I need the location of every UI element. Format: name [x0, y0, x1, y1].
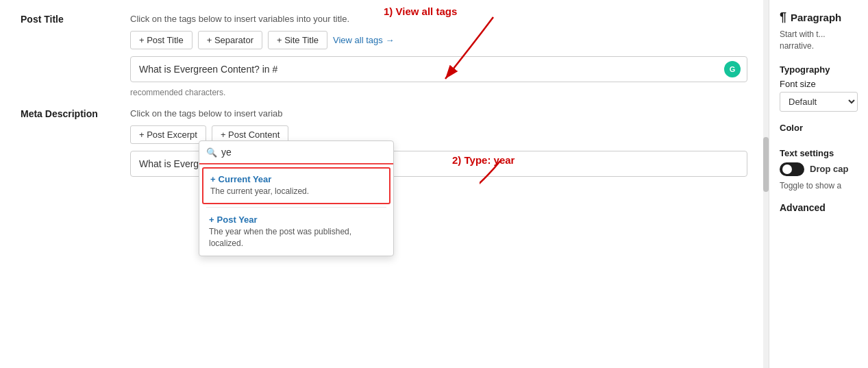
sidebar-paragraph-label: Paragraph — [791, 12, 841, 23]
font-size-label: Font size — [780, 79, 858, 89]
tags-dropdown: 🔍 + Current Year The current year, local… — [199, 140, 394, 256]
post-title-input[interactable] — [130, 56, 747, 82]
drop-cap-label: Drop cap — [810, 164, 848, 174]
drop-cap-row: Drop cap — [780, 162, 858, 176]
advanced-label: Advanced — [780, 202, 858, 213]
post-title-content: Click on the tags below to insert variab… — [130, 14, 747, 97]
sidebar-paragraph-section: ¶ Paragraph — [780, 10, 858, 25]
char-note: recommended characters. — [130, 88, 747, 97]
current-year-desc: The current year, localized. — [210, 186, 382, 197]
search-icon: 🔍 — [206, 147, 217, 158]
dropdown-search-row: 🔍 — [199, 141, 393, 164]
post-title-instruction: Click on the tags below to insert variab… — [130, 14, 747, 24]
meta-description-label: Meta Description — [21, 108, 130, 119]
paragraph-icon: ¶ — [780, 10, 786, 25]
site-title-tag-btn[interactable]: + Site Title — [268, 31, 327, 49]
post-excerpt-tag-btn[interactable]: + Post Excerpt — [130, 125, 206, 144]
view-all-tags-link[interactable]: View all tags → — [333, 35, 394, 45]
post-title-tags-row: + Post Title + Separator + Site Title Vi… — [130, 31, 747, 49]
post-year-title: + Post Year — [209, 214, 384, 225]
sidebar: ¶ Paragraph Start with t... narrative. T… — [769, 0, 868, 368]
meta-instruction: Click on the tags below to insert variab — [130, 108, 747, 119]
grammarly-icon: G — [724, 61, 741, 77]
scrollbar[interactable] — [763, 0, 769, 368]
post-title-label: Post Title — [21, 14, 130, 25]
toggle-knob — [782, 164, 792, 174]
color-label: Color — [780, 123, 858, 133]
post-year-item[interactable]: + Post Year The year when the post was p… — [199, 208, 393, 256]
scrollbar-thumb[interactable] — [763, 137, 769, 192]
post-year-desc: The year when the post was published, lo… — [209, 226, 384, 249]
text-settings-label: Text settings — [780, 148, 858, 158]
main-content: Post Title Click on the tags below to in… — [0, 0, 769, 368]
font-size-select[interactable]: Default — [780, 92, 858, 112]
typography-label: Typography — [780, 64, 858, 75]
title-input-wrapper: G — [130, 56, 747, 82]
sidebar-paragraph-desc: Start with t... narrative. — [780, 29, 858, 52]
separator-tag-btn[interactable]: + Separator — [198, 31, 262, 49]
drop-cap-toggle[interactable] — [780, 162, 804, 176]
post-title-tag-btn[interactable]: + Post Title — [130, 31, 193, 49]
post-title-section: Post Title Click on the tags below to in… — [21, 14, 747, 97]
current-year-item[interactable]: + Current Year The current year, localiz… — [202, 167, 390, 204]
toggle-desc: Toggle to show a — [780, 180, 858, 192]
current-year-title: + Current Year — [210, 174, 382, 184]
dropdown-search-input[interactable] — [221, 147, 386, 158]
